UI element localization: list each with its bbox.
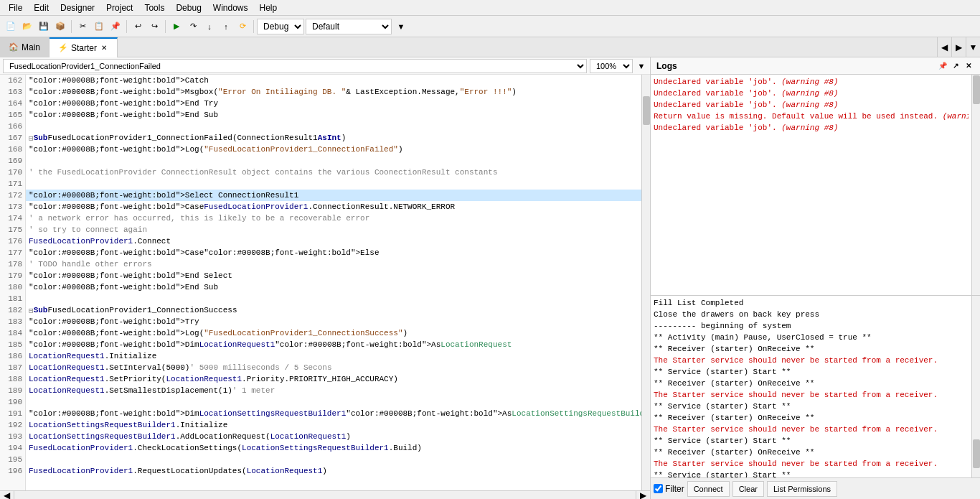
logs-bottom-thumb[interactable] — [973, 439, 980, 468]
code-line[interactable]: FusedLocationProvider1.Connect — [26, 235, 641, 247]
cut-btn[interactable]: ✂ — [75, 19, 90, 34]
function-selector[interactable]: FusedLocationProvider1_ConnectionFailed — [3, 59, 587, 73]
build-btn[interactable]: 📦 — [52, 19, 68, 34]
code-line[interactable]: LocationRequest1.SetSmallestDisplacement… — [26, 385, 641, 396]
code-line[interactable] — [26, 293, 641, 304]
code-line[interactable]: LocationRequest1.Initialize — [26, 350, 641, 362]
editor-area: FusedLocationProvider1_ConnectionFailed … — [0, 57, 650, 499]
code-line[interactable]: ⊟Sub FusedLocationProvider1_ConnectionFa… — [26, 132, 641, 144]
logs-bottom-scrollbar[interactable] — [971, 296, 980, 478]
logs-top-scrollbar[interactable] — [971, 75, 980, 295]
code-line[interactable]: "color:#00008B;font-weight:bold">Log("Fu… — [26, 144, 641, 155]
menu-help[interactable]: Help — [254, 1, 283, 14]
tab-nav-right[interactable]: ▶ — [951, 37, 966, 57]
default-dropdown[interactable]: Default — [306, 19, 392, 34]
logs-pin-btn[interactable]: 📌 — [937, 60, 948, 72]
code-line[interactable] — [26, 155, 641, 167]
tab-starter-close[interactable]: ✕ — [100, 44, 108, 52]
code-line[interactable]: ⊟Sub FusedLocationProvider1_ConnectionSu… — [26, 304, 641, 316]
menu-tools[interactable]: Tools — [138, 1, 170, 14]
code-line[interactable]: ' TODO handle other errors — [26, 258, 641, 270]
open-btn[interactable]: 📂 — [19, 19, 35, 34]
code-line[interactable]: FusedLocationProvider1.CheckLocationSett… — [26, 442, 641, 454]
code-line[interactable]: ' so try to connect again — [26, 224, 641, 235]
menu-debug[interactable]: Debug — [170, 1, 207, 14]
step-over-btn[interactable]: ↷ — [185, 19, 201, 34]
code-line[interactable]: "color:#00008B;font-weight:bold">Dim Loc… — [26, 339, 641, 350]
dropdown-arrow-btn[interactable]: ▼ — [393, 19, 409, 34]
scroll-left-btn[interactable]: ◀ — [0, 491, 14, 500]
code-editor[interactable]: 1621631641651661671681691701711721731741… — [0, 75, 650, 490]
code-line[interactable]: "color:#00008B;font-weight:bold">Case "c… — [26, 247, 641, 258]
menu-project[interactable]: Project — [100, 1, 138, 14]
scrollbar-thumb[interactable] — [643, 96, 650, 125]
menu-windows[interactable]: Windows — [207, 1, 254, 14]
log-runtime-line: Close the drawers on back key press — [654, 309, 969, 320]
code-line[interactable] — [26, 178, 641, 190]
line-number: 169 — [0, 155, 25, 167]
code-line[interactable]: "color:#00008B;font-weight:bold">Try — [26, 316, 641, 327]
editor-scrollbar[interactable] — [641, 75, 650, 490]
tab-main-label: Main — [22, 42, 40, 52]
line-number: 184 — [0, 327, 25, 339]
connect-btn[interactable]: Connect — [687, 481, 730, 497]
menu-file[interactable]: File — [3, 1, 28, 14]
zoom-selector[interactable]: 100% — [590, 59, 633, 73]
logs-float-btn[interactable]: ↗ — [950, 60, 961, 72]
code-line[interactable]: ' a network error has occurred, this is … — [26, 213, 641, 224]
code-line[interactable]: "color:#00008B;font-weight:bold">End Sub — [26, 109, 641, 121]
line-number: 165 — [0, 109, 25, 121]
code-line[interactable] — [26, 121, 641, 132]
logs-top-thumb[interactable] — [973, 75, 980, 104]
line-number: 185 — [0, 339, 25, 350]
code-line[interactable]: "color:#00008B;font-weight:bold">Log("Fu… — [26, 327, 641, 339]
step-out-btn[interactable]: ↑ — [218, 19, 234, 34]
h-scrollbar[interactable]: ◀ ▶ — [0, 490, 650, 499]
scroll-right-btn[interactable]: ▶ — [636, 491, 650, 500]
logs-bottom-bar: Filter Connect Clear List Permissions — [651, 477, 980, 499]
tab-main[interactable]: 🏠 Main — [0, 37, 50, 57]
list-permissions-btn[interactable]: List Permissions — [767, 481, 837, 497]
code-line[interactable]: "color:#00008B;font-weight:bold">End Sel… — [26, 270, 641, 281]
tab-nav-left[interactable]: ◀ — [937, 37, 951, 57]
save-btn[interactable]: 💾 — [36, 19, 52, 34]
code-content[interactable]: "color:#00008B;font-weight:bold">Catch "… — [26, 75, 641, 490]
undo-btn[interactable]: ↩ — [130, 19, 146, 34]
redo-btn[interactable]: ↪ — [146, 19, 162, 34]
debug-dropdown[interactable]: Debug — [257, 19, 304, 34]
logs-close-btn[interactable]: ✕ — [963, 60, 974, 72]
logs-header: Logs 📌 ↗ ✕ — [651, 57, 980, 75]
filter-checkbox[interactable] — [654, 484, 663, 493]
code-line[interactable]: LocationSettingsRequestBuilder1.AddLocat… — [26, 431, 641, 442]
step-into-btn[interactable]: ↓ — [202, 19, 217, 34]
code-line[interactable]: "color:#00008B;font-weight:bold">Catch — [26, 75, 641, 86]
copy-btn[interactable]: 📋 — [91, 19, 107, 34]
log-runtime-line: ** Receiver (starter) OnReceive ** — [654, 412, 969, 424]
code-line[interactable]: "color:#00008B;font-weight:bold">Dim Loc… — [26, 408, 641, 419]
code-line[interactable]: "color:#00008B;font-weight:bold">Msgbox(… — [26, 86, 641, 98]
zoom-dropdown-arrow[interactable]: ▼ — [636, 58, 647, 74]
code-line[interactable]: LocationSettingsRequestBuilder1.Initiali… — [26, 419, 641, 431]
code-line[interactable]: "color:#00008B;font-weight:bold">End Try — [26, 98, 641, 109]
tab-starter[interactable]: ⚡ Starter ✕ — [50, 37, 118, 57]
new-btn[interactable]: 📄 — [3, 19, 19, 34]
log-runtime-line: ** Service (starter) Start ** — [654, 435, 969, 447]
code-line[interactable] — [26, 454, 641, 465]
clear-btn[interactable]: Clear — [732, 481, 764, 497]
log-runtime-line: --------- beginning of system — [654, 320, 969, 332]
code-line[interactable]: "color:#00008B;font-weight:bold">Case Fu… — [26, 201, 641, 213]
menu-edit[interactable]: Edit — [28, 1, 55, 14]
code-line[interactable]: LocationRequest1.SetPriority(LocationReq… — [26, 373, 641, 385]
code-line[interactable]: LocationRequest1.SetInterval(5000) ' 500… — [26, 362, 641, 373]
log-runtime-line: Fill List Completed — [654, 297, 969, 309]
code-line[interactable] — [26, 396, 641, 408]
paste-btn[interactable]: 📌 — [108, 19, 123, 34]
code-line[interactable]: "color:#00008B;font-weight:bold">Select … — [26, 190, 641, 201]
code-line[interactable]: ' the FusedLocationProvider ConnectionRe… — [26, 167, 641, 178]
code-line[interactable]: FusedLocationProvider1.RequestLocationUp… — [26, 465, 641, 477]
stop-btn[interactable]: ⟳ — [235, 19, 250, 34]
run-btn[interactable]: ▶ — [169, 19, 184, 34]
menu-designer[interactable]: Designer — [55, 1, 100, 14]
tab-nav-menu[interactable]: ▼ — [966, 37, 980, 57]
code-line[interactable]: "color:#00008B;font-weight:bold">End Sub — [26, 281, 641, 293]
